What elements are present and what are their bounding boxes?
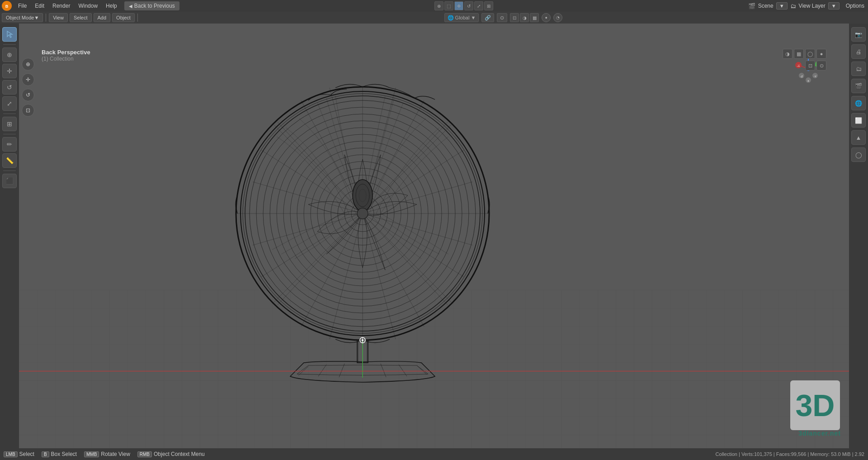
menu-window[interactable]: Window — [75, 0, 101, 12]
select-menu[interactable]: Select — [70, 13, 92, 22]
move-tool[interactable]: ✛ — [2, 64, 17, 78]
rotate-icon[interactable]: ↺ — [464, 1, 473, 10]
scene-properties-btn[interactable]: 🎬 — [851, 79, 866, 93]
svg-line-58 — [363, 213, 448, 305]
cursor-tool[interactable]: ⊕ — [2, 47, 17, 62]
shade-wire-btn[interactable]: ▦ — [794, 49, 804, 59]
box-select-status: B Box Select — [42, 451, 77, 457]
stats-text: Collection | Verts:101,375 | Faces:99,56… — [716, 451, 864, 457]
view-layer-name[interactable]: View Layer — [799, 3, 826, 9]
svg-text:B: B — [5, 4, 9, 9]
scale-icon[interactable]: ⤢ — [474, 1, 483, 10]
output-properties-btn[interactable]: 🖨 — [851, 44, 866, 59]
svg-line-59 — [363, 213, 464, 277]
svg-line-55 — [330, 213, 363, 339]
object-menu[interactable]: Object — [112, 13, 135, 22]
material-properties-btn[interactable]: ◯ — [851, 147, 866, 162]
select-box-icon[interactable]: ⬚ — [444, 1, 453, 10]
options-button[interactable]: Options — [846, 3, 864, 9]
wire-icon[interactable]: ▦ — [530, 13, 539, 22]
zoom-nav-btn[interactable]: ⊕ — [22, 58, 34, 71]
render-properties-btn[interactable]: 📷 — [851, 27, 866, 42]
world-properties-btn[interactable]: 🌐 — [851, 96, 866, 110]
context-label: Object Context Menu — [154, 451, 205, 457]
tool-sep-2 — [3, 114, 16, 114]
shade-solid-btn[interactable]: ◑ — [783, 49, 793, 59]
rotate-tool[interactable]: ↺ — [2, 80, 17, 95]
wireframe-model — [19, 24, 849, 448]
object-mode-button[interactable]: Object Mode ▼ — [2, 13, 43, 22]
viewport-collection: (1) Collection — [42, 56, 90, 62]
snap-button[interactable]: 🔗 — [481, 13, 494, 22]
context-key: RMB — [137, 451, 152, 457]
svg-line-49 — [261, 150, 363, 213]
shade-material-btn[interactable]: ◯ — [805, 49, 815, 59]
menu-file[interactable]: File — [14, 0, 30, 12]
viewport-overlay-buttons: ◑ ▦ ◯ ● ⊡ ⊙ — [783, 49, 826, 71]
svg-point-69 — [357, 208, 368, 219]
box-select-label: Box Select — [51, 451, 77, 457]
mesh-properties-btn[interactable]: ▲ — [851, 130, 866, 145]
viewport-arc-btn[interactable]: ◔ — [553, 13, 562, 22]
view-layer-icon: 🗂 — [790, 3, 796, 9]
blender-logo[interactable]: B — [2, 1, 12, 11]
right-panel: 📷 🖨 🗂 🎬 🌐 ⬜ ▲ ◯ — [849, 24, 868, 448]
svg-line-57 — [363, 213, 424, 327]
perspective-nav-btn[interactable]: ⊡ — [22, 104, 34, 117]
top-bar: B File Edit Render Window Help Back to P… — [0, 0, 868, 12]
scene-icon: 🎬 — [748, 3, 755, 9]
tool-sep-3 — [3, 134, 16, 134]
svg-line-43 — [363, 213, 452, 303]
select-tool[interactable] — [2, 27, 17, 42]
svg-line-52 — [261, 213, 363, 277]
view-layer-properties-btn[interactable]: 🗂 — [851, 62, 866, 76]
tool-mode-icons: ⊕ ⬚ ✛ ↺ ⤢ ⊞ — [434, 1, 493, 10]
select-label: Select — [19, 451, 34, 457]
viewport-circle-btn[interactable]: ● — [542, 13, 551, 22]
shade-btn-row: ◑ ▦ ◯ ● — [783, 49, 826, 59]
object-properties-btn[interactable]: ⬜ — [851, 113, 866, 128]
view-layer-btn[interactable]: ▼ — [828, 2, 840, 9]
scene-name[interactable]: Scene — [758, 3, 774, 9]
scale-tool[interactable]: ⤢ — [2, 96, 17, 111]
svg-line-76 — [318, 365, 326, 376]
overlays-btn[interactable]: ⊡ — [805, 61, 815, 71]
transform-icon[interactable]: ⊞ — [484, 1, 493, 10]
pan-nav-btn[interactable]: ✛ — [22, 73, 34, 86]
viewport-shade-icon[interactable]: ◑ — [520, 13, 529, 22]
svg-line-45 — [273, 213, 363, 303]
transform-tool[interactable]: ⊞ — [2, 117, 17, 131]
shade-render-btn[interactable]: ● — [816, 49, 826, 59]
add-cube-tool[interactable]: ⬛ — [2, 174, 17, 188]
measure-tool[interactable]: 📏 — [2, 153, 17, 168]
overlay-btn-row: ⊡ ⊙ — [805, 61, 826, 71]
svg-line-56 — [363, 213, 396, 339]
toolbar-center: 🌐 Global ▼ 🔗 ⊙ ⊡ ◑ ▦ ● ◔ — [141, 13, 866, 22]
orbit-nav-btn[interactable]: ↺ — [22, 89, 34, 101]
status-bar: LMB Select B Box Select MMB Rotate View … — [0, 448, 868, 460]
overlay-icon[interactable]: ⊡ — [510, 13, 519, 22]
view-menu[interactable]: View — [49, 13, 68, 22]
viewport[interactable]: Back Perspective (1) Collection ⊕ ✛ ↺ ⊡ … — [19, 24, 849, 448]
move-icon[interactable]: ✛ — [454, 1, 463, 10]
menu-edit[interactable]: Edit — [31, 0, 48, 12]
tool-sep-4 — [3, 171, 16, 171]
svg-text:-Y: -Y — [814, 75, 816, 78]
svg-line-44 — [363, 124, 452, 213]
annotate-tool[interactable]: ✏ — [2, 137, 17, 152]
stats-bar: Collection | Verts:101,375 | Faces:99,56… — [716, 451, 864, 457]
svg-text:X: X — [807, 80, 809, 82]
add-menu[interactable]: Add — [94, 13, 111, 22]
xray-btn[interactable]: ⊙ — [816, 61, 826, 71]
viewport-title: Back Perspective — [42, 49, 90, 56]
toolbar-sep-1 — [46, 14, 46, 22]
scene-btn[interactable]: ▼ — [776, 2, 788, 9]
transform-global-button[interactable]: 🌐 Global ▼ — [444, 13, 479, 22]
rotate-view-status: MMB Rotate View — [84, 451, 130, 457]
toolbar-row: Object Mode ▼ View Select Add Object 🌐 G… — [0, 12, 868, 24]
back-to-previous-button[interactable]: Back to Previous — [124, 1, 179, 10]
proportional-edit-button[interactable]: ⊙ — [497, 13, 507, 22]
menu-help[interactable]: Help — [102, 0, 121, 12]
menu-render[interactable]: Render — [49, 0, 74, 12]
cursor-tool-icon[interactable]: ⊕ — [434, 1, 443, 10]
